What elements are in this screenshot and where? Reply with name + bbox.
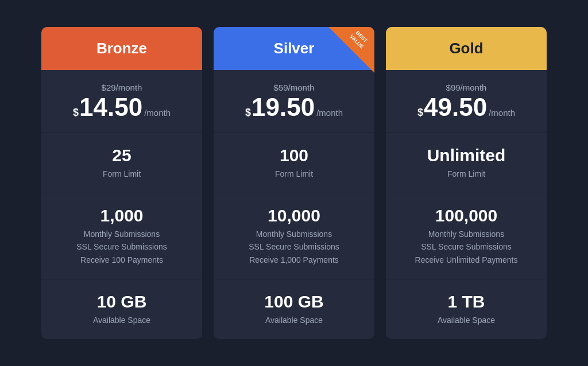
- price-period-gold: /month: [489, 108, 515, 118]
- best-value-text: BESTVALUE: [344, 27, 374, 54]
- price-period-bronze: /month: [144, 108, 171, 118]
- price-amount-bronze: 14.50: [79, 95, 142, 120]
- original-price-silver: $59/month: [225, 83, 363, 92]
- feature-label-gold-1: Monthly SubmissionsSSL Secure Submission…: [397, 228, 535, 266]
- plan-body-silver: $59/month$19.50/month100Form Limit10,000…: [214, 70, 374, 340]
- feature-value-bronze-1: 1,000: [53, 206, 191, 225]
- feature-label-silver-1: Monthly SubmissionsSSL Secure Submission…: [225, 228, 363, 266]
- feature-section-gold-0: UnlimitedForm Limit: [386, 133, 547, 193]
- price-dollar-silver: $: [245, 107, 251, 119]
- feature-value-gold-2: 1 TB: [397, 292, 535, 312]
- feature-section-silver-1: 10,000Monthly SubmissionsSSL Secure Subm…: [214, 193, 374, 279]
- plan-body-bronze: $29/month$14.50/month25Form Limit1,000Mo…: [41, 70, 202, 340]
- price-section-silver: $59/month$19.50/month: [214, 70, 374, 133]
- plan-title-bronze: Bronze: [53, 40, 191, 57]
- feature-value-gold-0: Unlimited: [397, 146, 535, 165]
- feature-value-silver-0: 100: [225, 146, 363, 165]
- feature-value-bronze-0: 25: [53, 146, 191, 165]
- feature-label-bronze-0: Form Limit: [53, 168, 191, 180]
- plan-card-gold: Gold$99/month$49.50/monthUnlimitedForm L…: [386, 27, 547, 340]
- price-amount-silver: 19.50: [252, 95, 315, 120]
- feature-value-silver-2: 100 GB: [225, 292, 363, 312]
- feature-section-bronze-1: 1,000Monthly SubmissionsSSL Secure Submi…: [41, 193, 202, 279]
- feature-section-gold-2: 1 TBAvailable Space: [386, 279, 547, 339]
- feature-label-gold-2: Available Space: [397, 314, 535, 326]
- current-price-bronze: $14.50/month: [53, 95, 191, 120]
- feature-value-bronze-2: 10 GB: [53, 292, 191, 312]
- feature-value-gold-1: 100,000: [397, 206, 535, 225]
- plan-header-gold: Gold: [386, 27, 547, 70]
- price-dollar-gold: $: [417, 107, 423, 119]
- original-price-bronze: $29/month: [53, 83, 191, 92]
- feature-label-gold-0: Form Limit: [397, 168, 535, 180]
- current-price-silver: $19.50/month: [225, 95, 363, 120]
- best-value-badge: BESTVALUE: [328, 27, 374, 73]
- price-period-silver: /month: [316, 108, 343, 118]
- plan-header-bronze: Bronze: [41, 27, 202, 70]
- feature-section-silver-0: 100Form Limit: [214, 133, 374, 193]
- plans-container: Bronze$29/month$14.50/month25Form Limit1…: [18, 10, 570, 357]
- plan-title-gold: Gold: [397, 40, 535, 57]
- plan-body-gold: $99/month$49.50/monthUnlimitedForm Limit…: [386, 70, 547, 340]
- price-dollar-bronze: $: [73, 107, 79, 119]
- plan-card-bronze: Bronze$29/month$14.50/month25Form Limit1…: [41, 27, 202, 340]
- feature-section-bronze-2: 10 GBAvailable Space: [41, 279, 202, 339]
- feature-label-bronze-1: Monthly SubmissionsSSL Secure Submission…: [53, 228, 191, 266]
- price-section-bronze: $29/month$14.50/month: [41, 70, 202, 133]
- feature-section-silver-2: 100 GBAvailable Space: [214, 279, 374, 339]
- feature-section-gold-1: 100,000Monthly SubmissionsSSL Secure Sub…: [386, 193, 547, 279]
- feature-value-silver-1: 10,000: [225, 206, 363, 225]
- plan-card-silver: BESTVALUESilver$59/month$19.50/month100F…: [214, 27, 374, 340]
- feature-label-bronze-2: Available Space: [53, 314, 191, 326]
- feature-label-silver-0: Form Limit: [225, 168, 363, 180]
- price-section-gold: $99/month$49.50/month: [386, 70, 547, 133]
- price-amount-gold: 49.50: [424, 95, 487, 120]
- original-price-gold: $99/month: [397, 83, 535, 92]
- current-price-gold: $49.50/month: [397, 95, 535, 120]
- feature-section-bronze-0: 25Form Limit: [41, 133, 202, 193]
- feature-label-silver-2: Available Space: [225, 314, 363, 326]
